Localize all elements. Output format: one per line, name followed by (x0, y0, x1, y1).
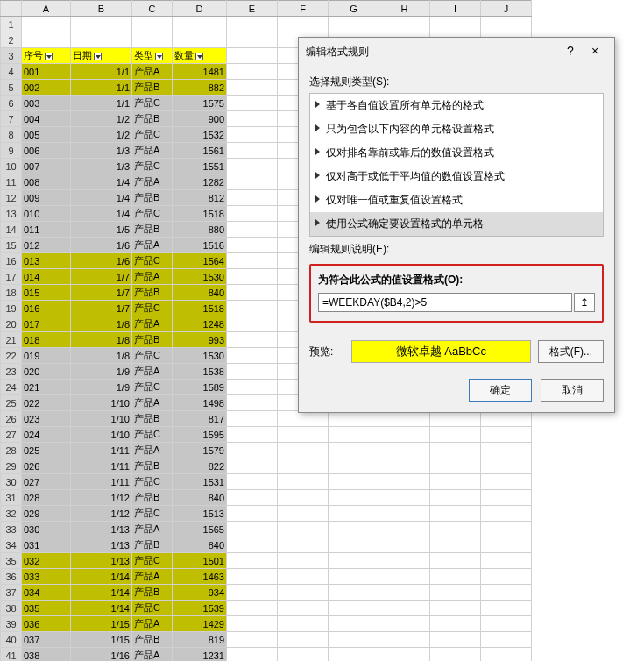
column-head-B[interactable]: B (71, 1, 132, 17)
cell[interactable]: 1530 (173, 348, 227, 364)
cell[interactable]: 031 (22, 537, 71, 553)
cell[interactable] (278, 632, 329, 648)
cell[interactable]: 1575 (173, 96, 227, 111)
cell[interactable] (430, 632, 481, 648)
cell[interactable]: 产品C (132, 301, 173, 316)
cell[interactable] (379, 553, 430, 569)
cell[interactable] (227, 111, 278, 127)
cell[interactable]: 产品A (132, 364, 173, 380)
cell[interactable]: 产品C (132, 380, 173, 395)
cell[interactable] (379, 443, 430, 458)
cell[interactable] (227, 222, 278, 238)
cell[interactable]: 产品C (132, 506, 173, 522)
cell[interactable] (481, 569, 532, 585)
cell[interactable]: 019 (22, 348, 71, 364)
cell[interactable]: 产品B (132, 332, 173, 348)
cell[interactable]: 037 (22, 632, 71, 648)
cell[interactable] (278, 616, 329, 632)
cell[interactable]: 1561 (173, 143, 227, 159)
cell[interactable]: 1/1 (71, 96, 132, 111)
cell[interactable] (329, 490, 379, 506)
cell[interactable] (329, 601, 379, 616)
cell[interactable] (227, 301, 278, 316)
cell[interactable] (481, 616, 532, 632)
cell[interactable]: 817 (173, 411, 227, 427)
cell[interactable] (227, 364, 278, 380)
cell[interactable] (227, 17, 278, 32)
cell[interactable] (227, 395, 278, 411)
cell[interactable]: 011 (22, 222, 71, 238)
rule-type-item[interactable]: 仅对高于或低于平均值的数值设置格式 (310, 165, 603, 188)
cell[interactable]: 产品C (132, 127, 173, 143)
row-head[interactable]: 18 (1, 285, 22, 301)
cell[interactable] (278, 522, 329, 537)
row-head[interactable]: 29 (1, 458, 22, 474)
cell[interactable] (227, 601, 278, 616)
cell[interactable]: 840 (173, 285, 227, 301)
cell[interactable]: 1231 (173, 648, 227, 662)
cell[interactable]: 产品B (132, 222, 173, 238)
cell[interactable] (227, 522, 278, 537)
cell[interactable]: 1/1 (71, 64, 132, 80)
cell[interactable] (278, 490, 329, 506)
cell[interactable] (227, 159, 278, 174)
cell[interactable]: 1/14 (71, 601, 132, 616)
cell[interactable]: 产品A (132, 238, 173, 253)
cell[interactable]: 1/10 (71, 427, 132, 443)
row-head[interactable]: 12 (1, 190, 22, 206)
cell[interactable]: 1/14 (71, 585, 132, 601)
cell[interactable]: 001 (22, 64, 71, 80)
cell[interactable]: 产品B (132, 285, 173, 301)
cell[interactable] (379, 506, 430, 522)
cell[interactable]: 819 (173, 632, 227, 648)
cell[interactable]: 038 (22, 648, 71, 662)
range-selector-button[interactable]: ↥ (574, 293, 595, 312)
row-head[interactable]: 32 (1, 506, 22, 522)
cell[interactable] (379, 17, 430, 32)
cell[interactable]: 产品A (132, 64, 173, 80)
cell[interactable] (227, 380, 278, 395)
cell[interactable]: 033 (22, 569, 71, 585)
cell[interactable]: 010 (22, 206, 71, 222)
cell[interactable]: 产品B (132, 80, 173, 96)
cell[interactable]: 产品C (132, 96, 173, 111)
cell[interactable]: 产品C (132, 427, 173, 443)
cell[interactable]: 产品B (132, 190, 173, 206)
cell[interactable] (227, 332, 278, 348)
cell[interactable] (278, 411, 329, 427)
cell[interactable]: 产品C (132, 601, 173, 616)
cell[interactable]: 027 (22, 474, 71, 490)
cell[interactable]: 1530 (173, 269, 227, 285)
cell[interactable]: 1/13 (71, 553, 132, 569)
cell[interactable] (481, 17, 532, 32)
cell[interactable]: 1518 (173, 301, 227, 316)
cell[interactable] (481, 458, 532, 474)
row-head[interactable]: 21 (1, 332, 22, 348)
row-head[interactable]: 34 (1, 537, 22, 553)
cell[interactable] (173, 32, 227, 48)
row-head[interactable]: 17 (1, 269, 22, 285)
cell[interactable] (329, 411, 379, 427)
cell[interactable]: 1/3 (71, 143, 132, 159)
header-qty[interactable]: 数量 (173, 48, 227, 64)
cell[interactable]: 1/9 (71, 380, 132, 395)
cell[interactable] (481, 506, 532, 522)
cell[interactable] (278, 648, 329, 662)
filter-icon[interactable] (195, 53, 203, 60)
cell[interactable]: 产品C (132, 553, 173, 569)
column-head-G[interactable]: G (329, 1, 379, 17)
row-head[interactable]: 40 (1, 632, 22, 648)
cell[interactable]: 008 (22, 174, 71, 190)
row-head[interactable]: 26 (1, 411, 22, 427)
cell[interactable] (430, 17, 481, 32)
cell[interactable] (481, 427, 532, 443)
cell[interactable] (22, 17, 71, 32)
cell[interactable]: 035 (22, 601, 71, 616)
cell[interactable] (278, 553, 329, 569)
cell[interactable]: 023 (22, 411, 71, 427)
cell[interactable]: 1/9 (71, 364, 132, 380)
cell[interactable] (227, 238, 278, 253)
cell[interactable] (430, 427, 481, 443)
cell[interactable]: 015 (22, 285, 71, 301)
cell[interactable] (227, 64, 278, 80)
